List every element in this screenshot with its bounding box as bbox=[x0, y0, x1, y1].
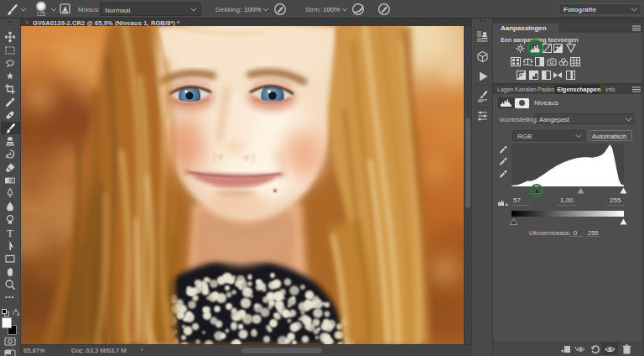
svg-text:T: T bbox=[7, 227, 13, 239]
